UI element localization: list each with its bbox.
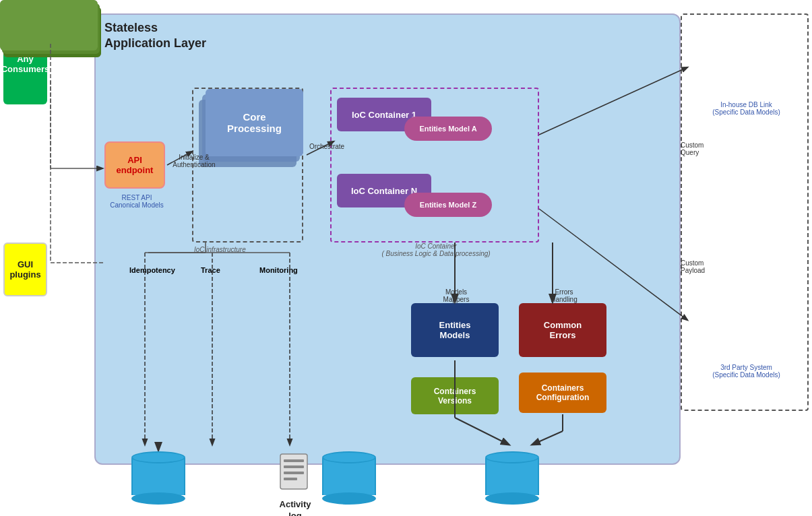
entities-model-z-box: Entities Model Z — [404, 193, 492, 217]
entities-model-z-label: Entities Model Z — [420, 201, 476, 209]
right-outer-dashed-box — [681, 13, 809, 411]
entities-model-a-label: Entities Model A — [419, 125, 476, 133]
entities-models-box: Entities Models — [411, 303, 499, 357]
custom-query-label: Custom Query — [681, 141, 735, 156]
common-errors-box: Common Errors — [519, 303, 606, 357]
ioc-container-1-label: IoC Container 1 — [352, 110, 416, 120]
activity-log-cylinder-top — [322, 451, 376, 463]
activity-log-cylinder-label: Activity log — [334, 507, 365, 516]
containers-config-label: Containers Configuration — [536, 383, 590, 402]
distributed-cache-body — [131, 458, 185, 495]
init-auth-label: Initialize & Authentication — [167, 154, 221, 168]
containers-versions-label: Containers Versions — [434, 387, 476, 406]
gui-label: GUI plugins — [9, 259, 40, 280]
common-repo-top — [485, 451, 539, 463]
models-mappers-label: Models Mappers — [412, 288, 500, 303]
svg-rect-4 — [284, 478, 297, 480]
distributed-cache-label: Distributed Cache — [135, 507, 182, 516]
native-connector-label: Native Connector — [691, 13, 788, 35]
common-repository: Common Repository — [485, 451, 539, 516]
distributed-cache-top — [131, 451, 185, 463]
common-repo-label: Common Repository — [489, 507, 535, 516]
api-endpoint-label: API endpoint — [117, 155, 154, 175]
gui-plugins-box: GUI plugins — [3, 243, 47, 296]
api-endpoint-box: API endpoint — [104, 141, 165, 189]
distributed-cache: Distributed Cache — [131, 451, 185, 516]
core-card-3 — [206, 89, 303, 156]
entities-models-label: Entities Models — [439, 320, 471, 340]
ioc-infra-label: IoC infrastructure — [194, 246, 246, 253]
containers-versions-box: Containers Versions — [411, 377, 499, 414]
apis-card-3 — [0, 0, 98, 51]
custom-payload-label: Custom Payload — [681, 259, 735, 274]
trace-label: Trace — [201, 266, 220, 274]
rest-api-label: REST API Canonical Models — [103, 194, 170, 209]
svg-rect-2 — [284, 465, 304, 468]
diagram: Stateless Application Layer Any Consumer… — [0, 0, 812, 516]
idempotency-label: Idempotency — [129, 266, 175, 274]
activity-log-cylinder-bottom — [322, 492, 376, 505]
third-party-label: 3rd Party System (Specific Data Models) — [687, 364, 805, 379]
activity-log: Activity log — [275, 453, 315, 516]
stateless-title: Stateless Application Layer — [104, 20, 206, 52]
title-line1: Stateless — [104, 21, 158, 34]
svg-rect-1 — [284, 459, 304, 462]
activity-log-label: Activity log — [275, 499, 315, 516]
errors-handling-label: Errors Handling — [520, 288, 608, 303]
svg-rect-3 — [284, 472, 304, 474]
distributed-cache-bottom — [131, 492, 185, 505]
apis-label: APIs — [691, 303, 788, 315]
monitoring-label: Monitoring — [259, 266, 298, 274]
entities-model-a-box: Entities Model A — [404, 117, 492, 141]
rest-api-sublabel: REST API Canonical Models — [110, 194, 164, 209]
common-errors-label: Common Errors — [544, 320, 582, 340]
common-repo-body — [485, 458, 539, 495]
inhouse-db-label: In-house DB Link (Specific Data Models) — [687, 101, 805, 116]
activity-log-cylinder-body — [322, 458, 376, 495]
activity-log-cylinder: Activity log — [322, 451, 376, 516]
orchestrate-label: Orchestrate — [307, 143, 347, 150]
ioc-container-n-label: IoC Container N — [351, 186, 417, 196]
title-line2: Application Layer — [104, 36, 206, 50]
containers-config-box: Containers Configuration — [519, 373, 606, 413]
common-repo-bottom — [485, 492, 539, 505]
document-icon — [277, 453, 314, 496]
ioc-business-logic-label: IoC Container ( Business Logic & Data pr… — [332, 243, 540, 257]
